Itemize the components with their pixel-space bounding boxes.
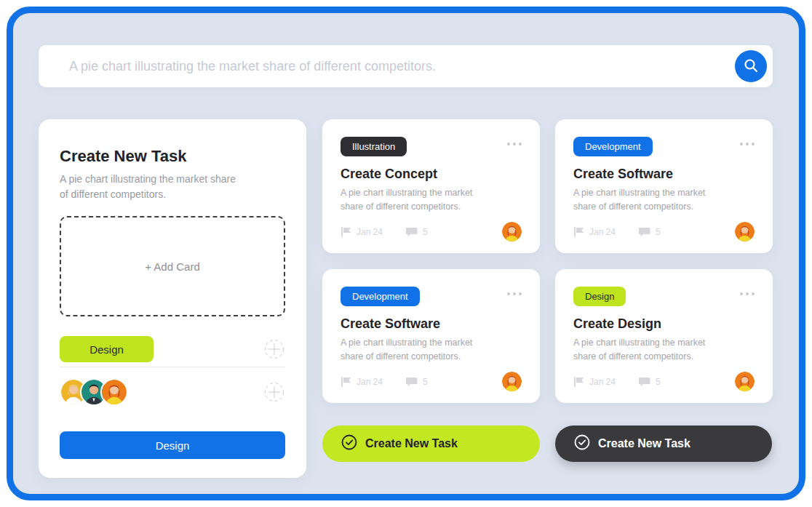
card-footer: Jan 24 5 bbox=[341, 372, 522, 391]
comment-icon bbox=[406, 226, 418, 237]
card-menu-icon[interactable] bbox=[507, 143, 522, 145]
design-submit-button[interactable]: Design bbox=[60, 431, 285, 459]
comment-count: 5 bbox=[639, 376, 661, 387]
comment-icon bbox=[406, 376, 418, 387]
card-footer: Jan 24 5 bbox=[341, 222, 522, 241]
due-date: Jan 24 bbox=[573, 226, 616, 238]
panel-title: Create New Task bbox=[60, 147, 285, 166]
avatar-row bbox=[60, 378, 285, 406]
avatar-redhead-woman bbox=[100, 378, 128, 406]
design-tag-chip: Design bbox=[60, 336, 154, 362]
card-title: Create Software bbox=[341, 316, 522, 332]
create-task-panel: Create New Task A pie chart illustrating… bbox=[39, 119, 306, 478]
tag-row: Design bbox=[60, 336, 285, 362]
create-new-task-button-secondary[interactable]: Create New Task bbox=[555, 426, 772, 462]
task-card[interactable]: Illustration Create Concept A pie chart … bbox=[322, 119, 540, 253]
card-footer: Jan 24 5 bbox=[573, 222, 755, 241]
card-description: A pie chart illustrating the market shar… bbox=[573, 186, 719, 214]
search-icon bbox=[743, 57, 759, 76]
add-member-icon[interactable] bbox=[263, 381, 285, 403]
divider bbox=[60, 367, 285, 367]
category-badge: Design bbox=[573, 287, 626, 306]
task-card[interactable]: Development Create Software A pie chart … bbox=[555, 119, 773, 253]
card-menu-icon[interactable] bbox=[740, 292, 755, 295]
card-footer: Jan 24 5 bbox=[573, 372, 755, 391]
check-circle-icon bbox=[574, 434, 590, 453]
due-date: Jan 24 bbox=[341, 376, 383, 388]
assignee-avatar bbox=[735, 222, 755, 241]
comment-count: 5 bbox=[406, 376, 428, 387]
assignee-avatar bbox=[502, 372, 522, 391]
panel-description: A pie chart illustrating the market shar… bbox=[60, 172, 242, 202]
comment-icon bbox=[639, 376, 650, 387]
task-card[interactable]: Design Create Design A pie chart illustr… bbox=[555, 269, 773, 403]
button-label: Create New Task bbox=[598, 437, 690, 450]
add-card-label: + Add Card bbox=[145, 260, 199, 273]
check-circle-icon bbox=[341, 434, 357, 453]
create-new-task-button-primary[interactable]: Create New Task bbox=[322, 426, 540, 462]
comment-icon bbox=[639, 226, 650, 237]
comment-count: 5 bbox=[639, 226, 661, 237]
due-date: Jan 24 bbox=[341, 226, 383, 238]
category-badge: Development bbox=[573, 137, 653, 156]
category-badge: Development bbox=[341, 287, 420, 306]
search-bar bbox=[39, 45, 773, 87]
task-card[interactable]: Development Create Software A pie chart … bbox=[322, 269, 540, 403]
card-description: A pie chart illustrating the market shar… bbox=[341, 336, 486, 364]
card-description: A pie chart illustrating the market shar… bbox=[341, 186, 486, 214]
card-title: Create Software bbox=[573, 167, 755, 182]
avatar-group bbox=[60, 378, 128, 406]
search-button[interactable] bbox=[735, 50, 767, 82]
card-description: A pie chart illustrating the market shar… bbox=[573, 336, 719, 364]
flag-icon bbox=[341, 226, 351, 238]
due-date: Jan 24 bbox=[573, 376, 616, 388]
assignee-avatar bbox=[502, 222, 522, 241]
card-menu-icon[interactable] bbox=[507, 292, 522, 295]
app-frame: Create New Task A pie chart illustrating… bbox=[7, 7, 805, 500]
flag-icon bbox=[573, 376, 584, 388]
card-menu-icon[interactable] bbox=[740, 143, 755, 145]
search-input[interactable] bbox=[39, 59, 735, 74]
add-tag-icon[interactable] bbox=[263, 338, 285, 360]
assignee-avatar bbox=[735, 372, 755, 391]
button-label: Create New Task bbox=[365, 437, 458, 450]
comment-count: 5 bbox=[406, 226, 428, 237]
card-title: Create Design bbox=[573, 316, 755, 332]
card-title: Create Concept bbox=[341, 167, 522, 182]
category-badge: Illustration bbox=[341, 137, 407, 156]
flag-icon bbox=[341, 376, 351, 388]
flag-icon bbox=[573, 226, 584, 238]
add-card-dropzone[interactable]: + Add Card bbox=[60, 216, 285, 316]
tag-label: Design bbox=[89, 343, 124, 356]
